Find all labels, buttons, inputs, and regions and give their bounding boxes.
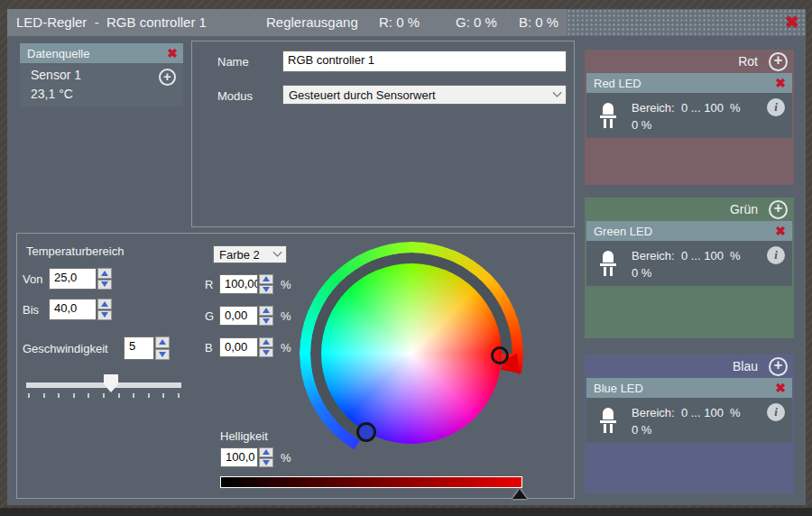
- add-datasource-icon[interactable]: +: [159, 69, 176, 86]
- g-input[interactable]: 0,00: [219, 306, 258, 326]
- led-group-blau-label: Blau: [733, 359, 758, 373]
- spin-up-icon: [263, 339, 270, 345]
- remove-led-icon[interactable]: ✖: [775, 77, 786, 89]
- bis-spin-up[interactable]: [97, 299, 112, 309]
- led-icon: [596, 100, 620, 134]
- info-icon[interactable]: i: [767, 403, 785, 421]
- spin-down-icon: [101, 312, 108, 318]
- led-group-blau-header: Blau +: [585, 355, 794, 378]
- r-spin-up[interactable]: [259, 274, 273, 284]
- speed-spin-down[interactable]: [155, 349, 170, 361]
- temperature-color-panel: Temperaturbereich Von 25,0 Bis 40,0 Gesc…: [16, 233, 575, 499]
- sensor-name: Sensor 1: [31, 68, 81, 82]
- color-marker-red[interactable]: [491, 346, 509, 364]
- von-input[interactable]: 25,0: [49, 268, 97, 290]
- von-spin-down[interactable]: [97, 280, 112, 290]
- output-r-value: R: 0 %: [379, 9, 420, 36]
- spin-down-icon: [159, 352, 166, 357]
- titlebar-grip-texture[interactable]: [567, 9, 806, 36]
- led-group-rot: Rot + Red LED ✖ Bereich: 0 ... 100 % 0 %…: [585, 50, 794, 185]
- slider-tick: [73, 393, 75, 398]
- titlebar: LED-Regler - RGB controller 1 Reglerausg…: [7, 9, 806, 36]
- slider-tick: [118, 393, 120, 398]
- slider-tick: [162, 393, 164, 398]
- speed-slider-ticks: [28, 393, 180, 399]
- speed-spin-up[interactable]: [155, 336, 170, 348]
- led-value-text: 0 %: [632, 421, 741, 438]
- b-unit-label: %: [281, 341, 291, 355]
- g-label: G: [205, 309, 214, 323]
- window-frame-bottom: [0, 508, 812, 516]
- color-wheel[interactable]: [321, 263, 502, 444]
- spin-down-icon: [263, 287, 270, 292]
- brightness-gradient-marker[interactable]: [512, 489, 527, 499]
- brightness-spin-up[interactable]: [259, 447, 273, 457]
- spin-down-icon: [263, 460, 270, 465]
- spin-up-icon: [101, 301, 108, 307]
- bis-spin-down[interactable]: [97, 310, 112, 321]
- output-g-value: G: 0 %: [456, 9, 497, 36]
- modus-dropdown[interactable]: Gesteuert durch Sensorwert: [282, 85, 567, 105]
- main-content: Datenquelle ✖ Sensor 1 + 23,1 °C Name RG…: [7, 36, 806, 505]
- brightness-spin-down[interactable]: [259, 458, 273, 468]
- led-card-name: Green LED: [594, 225, 652, 238]
- palette-dropdown[interactable]: Farbe 2: [213, 245, 287, 263]
- g-unit-label: %: [281, 309, 291, 323]
- b-spin-down[interactable]: [259, 348, 273, 358]
- add-led-icon[interactable]: +: [769, 200, 788, 219]
- spin-up-icon: [263, 276, 270, 281]
- led-range-text: Bereich: 0 ... 100 %: [632, 99, 741, 116]
- sensor-value: 23,1 °C: [31, 87, 73, 101]
- datasource-remove-icon[interactable]: ✖: [167, 47, 178, 60]
- info-icon[interactable]: i: [767, 98, 785, 116]
- color-marker-blue[interactable]: [356, 422, 376, 442]
- name-label: Name: [217, 55, 249, 69]
- led-card-name: Red LED: [594, 77, 641, 90]
- von-spin-up[interactable]: [97, 268, 112, 279]
- spin-down-icon: [101, 281, 108, 287]
- b-input[interactable]: 0,00: [219, 337, 258, 357]
- temperature-section-label: Temperaturbereich: [26, 244, 124, 258]
- add-led-icon[interactable]: +: [769, 357, 788, 376]
- controller-panel: Name RGB controller 1 Modus Gesteuert du…: [191, 41, 575, 227]
- led-group-gruen-label: Grün: [730, 202, 758, 217]
- g-spin-up[interactable]: [259, 306, 273, 316]
- remove-led-icon[interactable]: ✖: [775, 382, 786, 394]
- slider-tick: [133, 393, 134, 398]
- remove-led-icon[interactable]: ✖: [775, 225, 786, 237]
- led-group-rot-header: Rot +: [585, 50, 794, 73]
- led-card-name: Blue LED: [594, 382, 643, 395]
- led-card-blue: Blue LED ✖ Bereich: 0 ... 100 % 0 % i: [586, 378, 792, 443]
- led-group-blau: Blau + Blue LED ✖ Bereich: 0 ... 100 % 0…: [585, 355, 794, 493]
- output-label: Reglerausgang: [266, 9, 358, 36]
- von-label: Von: [23, 272, 42, 286]
- speed-input[interactable]: 5: [124, 336, 154, 360]
- modus-dropdown-value: Gesteuert durch Sensorwert: [289, 88, 436, 102]
- window-title: LED-Regler - RGB controller 1: [16, 9, 207, 36]
- brightness-input[interactable]: 100,0: [220, 447, 258, 467]
- r-unit-label: %: [281, 278, 291, 291]
- r-input[interactable]: 100,00: [219, 274, 258, 294]
- led-group-gruen-header: Grün +: [585, 198, 794, 221]
- b-spin-up[interactable]: [259, 337, 273, 347]
- close-window-icon[interactable]: ✖: [785, 9, 799, 36]
- name-input[interactable]: RGB controller 1: [282, 51, 567, 72]
- led-group-rot-label: Rot: [738, 54, 758, 69]
- slider-tick: [28, 393, 30, 398]
- add-led-icon[interactable]: +: [769, 52, 788, 71]
- speed-slider-thumb[interactable]: [104, 374, 118, 392]
- slider-tick: [103, 393, 105, 398]
- modus-label: Modus: [217, 89, 253, 103]
- g-spin-down[interactable]: [259, 317, 273, 327]
- led-card-green: Green LED ✖ Bereich: 0 ... 100 % 0 % i: [586, 221, 792, 286]
- datasource-body: Sensor 1 + 23,1 °C: [20, 63, 183, 106]
- brightness-gradient-bar[interactable]: [220, 476, 522, 488]
- led-icon: [596, 248, 620, 281]
- info-icon[interactable]: i: [767, 246, 785, 264]
- speed-label: Geschwindigkeit: [23, 342, 108, 355]
- r-spin-down[interactable]: [259, 285, 273, 295]
- slider-tick: [88, 393, 89, 398]
- led-group-gruen: Grün + Green LED ✖ Bereich: 0 ... 100 % …: [585, 198, 794, 338]
- bis-input[interactable]: 40,0: [49, 299, 97, 320]
- spin-down-icon: [263, 318, 270, 324]
